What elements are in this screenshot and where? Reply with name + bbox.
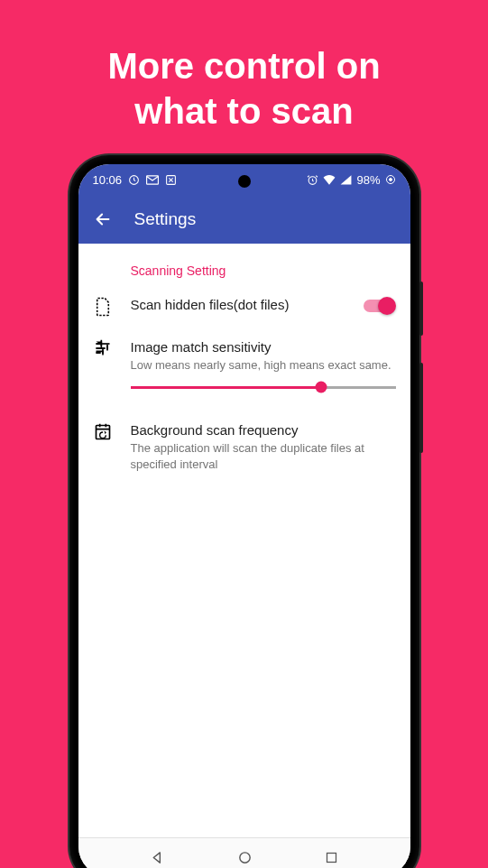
promo-heading: More control on what to scan <box>0 0 488 134</box>
promo-line2: what to scan <box>134 91 353 131</box>
nav-recent-button[interactable] <box>325 851 338 864</box>
camera-notch <box>238 175 251 188</box>
sensitivity-title: Image match sensitivity <box>131 338 396 356</box>
setting-sensitivity[interactable]: Image match sensitivity Low means nearly… <box>78 328 410 407</box>
calendar-refresh-icon <box>91 421 115 442</box>
setting-hidden-files[interactable]: Scan hidden files(dot files) <box>78 285 410 328</box>
gmail-icon <box>146 175 159 185</box>
battery-text: 98% <box>356 173 380 187</box>
svg-rect-7 <box>96 347 105 349</box>
sensitivity-slider[interactable] <box>131 374 396 396</box>
page-title: Settings <box>134 209 197 229</box>
battery-icon <box>385 174 396 185</box>
signal-icon <box>340 174 352 185</box>
phone-side-button <box>419 363 423 453</box>
section-header: Scanning Setting <box>78 263 410 285</box>
app-bar: Settings <box>78 195 410 244</box>
svg-rect-6 <box>96 343 109 345</box>
sensitivity-subtitle: Low means nearly same, high means exact … <box>131 357 396 374</box>
svg-rect-9 <box>106 346 108 351</box>
phone-frame: 10:06 <box>69 155 419 868</box>
svg-rect-8 <box>96 352 100 354</box>
tune-icon <box>91 338 115 357</box>
back-button[interactable] <box>93 209 113 229</box>
promo-line1: More control on <box>107 46 380 86</box>
nav-bar <box>78 837 410 868</box>
app-icon <box>165 174 177 186</box>
clock-icon <box>128 174 140 186</box>
file-dashed-icon <box>91 296 115 317</box>
status-time: 10:06 <box>93 173 123 187</box>
hidden-files-toggle[interactable] <box>364 297 396 315</box>
nav-back-button[interactable] <box>150 850 165 865</box>
phone-screen: 10:06 <box>78 164 410 868</box>
alarm-icon <box>307 174 318 186</box>
svg-rect-11 <box>102 351 104 356</box>
status-right: 98% <box>307 173 395 187</box>
svg-point-5 <box>389 179 391 181</box>
svg-rect-10 <box>100 342 102 346</box>
bg-scan-subtitle: The application will scan the duplicate … <box>131 440 396 472</box>
phone-side-button <box>419 282 423 336</box>
status-left: 10:06 <box>93 173 178 187</box>
svg-point-13 <box>240 853 250 863</box>
settings-content: Scanning Setting Scan hidden files(dot f… <box>78 244 410 483</box>
setting-bg-scan[interactable]: Background scan frequency The applicatio… <box>78 407 410 483</box>
nav-home-button[interactable] <box>237 850 253 865</box>
hidden-files-title: Scan hidden files(dot files) <box>131 296 347 314</box>
wifi-icon <box>323 174 336 185</box>
svg-rect-14 <box>327 854 336 863</box>
bg-scan-title: Background scan frequency <box>131 421 396 439</box>
